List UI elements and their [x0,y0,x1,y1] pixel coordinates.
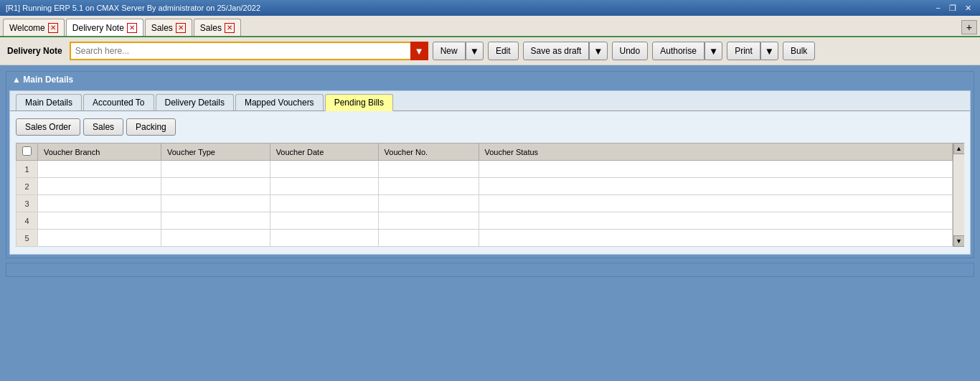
row-2-no [378,178,479,195]
tab-bar: Welcome ✕ Delivery Note ✕ Sales ✕ Sales … [0,16,980,37]
row-1-no [378,161,479,178]
authorise-dropdown-button[interactable]: ▼ [705,42,722,60]
tab-sales-1-close[interactable]: ✕ [176,23,186,33]
main-content: ▲ Main Details Main Details Accounted To… [0,65,980,381]
row-2-status [479,178,953,195]
col-voucher-branch: Voucher Branch [38,144,161,161]
undo-button[interactable]: Undo [612,42,649,60]
row-1-date [270,161,378,178]
new-button[interactable]: New [433,42,466,60]
tab-welcome-close[interactable]: ✕ [48,23,58,33]
row-5-no [378,230,479,247]
save-as-draft-button[interactable]: Save as draft [523,42,590,60]
table-wrapper: Voucher Branch Voucher Type Voucher Date… [16,143,964,247]
sales-button[interactable]: Sales [83,118,123,136]
save-as-draft-button-group: Save as draft ▼ [523,42,608,60]
close-button[interactable]: ✕ [962,2,974,14]
restore-button[interactable]: ❐ [946,2,959,14]
tab-add-button[interactable]: + [961,20,977,34]
save-as-draft-dropdown-button[interactable]: ▼ [589,42,607,60]
table-row: 2 [17,178,964,195]
sub-tab-pending-bills[interactable]: Pending Bills [325,94,393,111]
row-3-branch [38,195,161,212]
table-row: 3 [17,195,964,212]
tab-delivery-note-label: Delivery Note [72,23,124,33]
table-row: 5 [17,230,964,247]
app-title: [R1] Running ERP 5.1 on CMAX Server By a… [6,4,260,12]
col-checkbox [17,144,38,161]
row-num-1: 1 [17,161,38,178]
sub-tab-delivery-details[interactable]: Delivery Details [156,94,234,110]
row-5-type [161,230,270,247]
table-scrollbar[interactable]: ▲ ▼ [953,143,964,247]
edit-button[interactable]: Edit [488,42,519,60]
bulk-button[interactable]: Bulk [783,42,815,60]
sub-tab-accounted-to[interactable]: Accounted To [83,94,154,110]
tab-sales-2[interactable]: Sales ✕ [194,19,241,36]
print-button[interactable]: Print [727,42,760,60]
tab-sales-2-label: Sales [200,23,222,33]
tab-delivery-note[interactable]: Delivery Note ✕ [66,19,143,36]
col-voucher-no: Voucher No. [378,144,479,161]
row-4-no [378,212,479,230]
row-2-branch [38,178,161,195]
row-num-2: 2 [17,178,38,195]
col-voucher-type: Voucher Type [161,144,270,161]
row-1-status [479,161,953,178]
search-dropdown-button[interactable]: ▼ [410,42,428,60]
window-controls: − ❐ ✕ [933,2,974,14]
tab-welcome[interactable]: Welcome ✕ [3,19,65,36]
main-details-panel: ▲ Main Details Main Details Accounted To… [6,71,974,258]
row-4-branch [38,212,161,230]
row-3-type [161,195,270,212]
print-button-group: Print ▼ [727,42,778,60]
sub-tab-main-details[interactable]: Main Details [16,94,82,110]
inner-panel: Main Details Accounted To Delivery Detai… [9,90,971,255]
row-1-type [161,161,270,178]
row-5-status [479,230,953,247]
sub-tab-mapped-vouchers[interactable]: Mapped Vouchers [235,94,324,110]
print-dropdown-button[interactable]: ▼ [760,42,778,60]
row-5-branch [38,230,161,247]
row-4-date [270,212,378,230]
new-dropdown-button[interactable]: ▼ [466,42,484,60]
tab-welcome-label: Welcome [9,23,45,33]
row-3-date [270,195,378,212]
tab-sales-1[interactable]: Sales ✕ [145,19,192,36]
sub-tab-bar: Main Details Accounted To Delivery Detai… [10,91,970,111]
row-4-type [161,212,270,230]
bottom-panel [6,263,974,277]
authorise-button-group: Authorise ▼ [652,42,722,60]
authorise-button[interactable]: Authorise [652,42,705,60]
row-num-5: 5 [17,230,38,247]
sub-content: Sales Order Sales Packing Voucher Branch… [10,111,970,254]
tab-sales-2-close[interactable]: ✕ [225,23,235,33]
row-num-3: 3 [17,195,38,212]
select-all-checkbox[interactable] [22,146,32,156]
packing-button[interactable]: Packing [126,118,176,136]
row-3-status [479,195,953,212]
voucher-table: Voucher Branch Voucher Type Voucher Date… [16,143,964,247]
table-row: 1 [17,161,964,178]
row-1-branch [38,161,161,178]
tab-sales-1-label: Sales [151,23,173,33]
tab-delivery-note-close[interactable]: ✕ [127,23,137,33]
row-5-date [270,230,378,247]
minimize-button[interactable]: − [933,2,943,14]
new-button-group: New ▼ [433,42,484,60]
action-buttons: Sales Order Sales Packing [16,118,964,136]
scroll-down-button[interactable]: ▼ [953,235,965,247]
row-2-type [161,178,270,195]
scroll-up-button[interactable]: ▲ [953,143,965,154]
sales-order-button[interactable]: Sales Order [16,118,80,136]
panel-header: ▲ Main Details [6,72,974,88]
search-input[interactable] [70,42,428,60]
toolbar-label: Delivery Note [7,46,62,56]
row-3-no [378,195,479,212]
title-bar: [R1] Running ERP 5.1 on CMAX Server By a… [0,0,980,16]
table-row: 4 [17,212,964,230]
row-2-date [270,178,378,195]
toolbar: Delivery Note ▼ New ▼ Edit Save as draft… [0,37,980,65]
search-wrapper: ▼ [70,42,428,60]
row-4-status [479,212,953,230]
